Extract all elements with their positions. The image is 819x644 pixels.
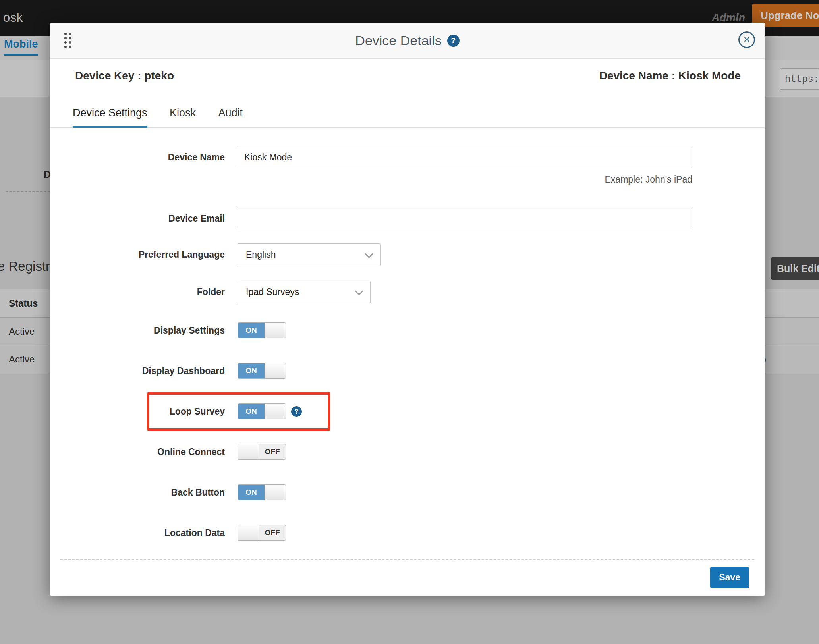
preferred-language-field-label: Preferred Language <box>50 243 225 266</box>
toggle-knob <box>265 323 286 338</box>
toggle-state-label: OFF <box>259 525 286 540</box>
close-x-glyph: ✕ <box>743 35 750 44</box>
toggle-state-label: ON <box>238 485 265 500</box>
back-button-toggle[interactable]: ON <box>238 484 286 500</box>
toggle-knob <box>238 444 259 459</box>
device-name-field-label: Device Name <box>50 147 225 168</box>
display-settings-label: Display Settings <box>50 322 225 338</box>
help-icon[interactable]: ? <box>447 35 460 47</box>
toggle-state-label: OFF <box>259 444 286 459</box>
toggle-state-label: ON <box>238 363 265 378</box>
loop-survey-label: Loop Survey <box>50 403 225 419</box>
toggle-knob <box>265 404 286 419</box>
toggle-knob <box>265 485 286 500</box>
device-name-row: Device Name <box>50 147 765 168</box>
chevron-down-icon <box>355 286 364 295</box>
screen: osk Admin Upgrade Now Mobile https:// D … <box>0 0 819 644</box>
device-email-input[interactable] <box>238 208 692 229</box>
location-data-label: Location Data <box>50 525 225 541</box>
preferred-language-select[interactable]: English <box>238 243 381 266</box>
chevron-down-icon <box>365 249 374 258</box>
back-button-label: Back Button <box>50 484 225 500</box>
preferred-language-row: Preferred Language English <box>50 243 765 266</box>
online-connect-label: Online Connect <box>50 444 225 460</box>
tab-device-settings[interactable]: Device Settings <box>73 99 147 128</box>
device-email-field-label: Device Email <box>50 208 225 229</box>
device-name-label: Device Name : Kiosk Mode <box>599 69 741 82</box>
display-dashboard-row: Display Dashboard ON <box>50 363 765 379</box>
device-details-modal: Device Details ? ✕ Device Key : pteko De… <box>50 23 765 596</box>
toggle-knob <box>238 525 259 540</box>
display-settings-row: Display Settings ON <box>50 322 765 338</box>
modal-title-wrap: Device Details ? <box>50 23 765 59</box>
modal-title: Device Details <box>355 33 441 48</box>
loop-survey-toggle[interactable]: ON <box>238 403 286 419</box>
device-name-helper-row: Example: John's iPad <box>50 174 765 185</box>
modal-tab-bar: Device Settings Kiosk Audit <box>50 99 765 128</box>
modal-header: Device Details ? ✕ <box>50 23 765 59</box>
display-dashboard-label: Display Dashboard <box>50 363 225 379</box>
device-name-helper-text: Example: John's iPad <box>238 174 692 185</box>
save-button[interactable]: Save <box>710 567 749 588</box>
close-icon[interactable]: ✕ <box>738 31 755 48</box>
device-email-row: Device Email <box>50 208 765 229</box>
toggle-state-label: ON <box>238 323 265 338</box>
toggle-state-label: ON <box>238 404 265 419</box>
folder-row: Folder Ipad Surveys <box>50 281 765 303</box>
display-settings-toggle[interactable]: ON <box>238 322 286 338</box>
loop-survey-row: Loop Survey ON <box>50 403 765 419</box>
device-key-label: Device Key : pteko <box>75 69 174 82</box>
loop-survey-help-icon[interactable]: ? <box>291 406 302 417</box>
folder-value: Ipad Surveys <box>246 287 299 297</box>
display-dashboard-toggle[interactable]: ON <box>238 363 286 379</box>
online-connect-toggle[interactable]: OFF <box>238 444 286 460</box>
location-data-row: Location Data OFF <box>50 525 765 541</box>
device-name-input[interactable] <box>238 147 692 168</box>
modal-subheader: Device Key : pteko Device Name : Kiosk M… <box>75 64 741 88</box>
preferred-language-value: English <box>246 249 276 260</box>
tab-kiosk[interactable]: Kiosk <box>170 99 196 126</box>
online-connect-row: Online Connect OFF <box>50 444 765 460</box>
folder-select[interactable]: Ipad Surveys <box>238 281 371 303</box>
tab-audit[interactable]: Audit <box>218 99 243 126</box>
folder-field-label: Folder <box>50 281 225 303</box>
footer-divider <box>60 559 754 560</box>
location-data-toggle[interactable]: OFF <box>238 525 286 541</box>
back-button-row: Back Button ON <box>50 484 765 500</box>
toggle-knob <box>265 363 286 378</box>
